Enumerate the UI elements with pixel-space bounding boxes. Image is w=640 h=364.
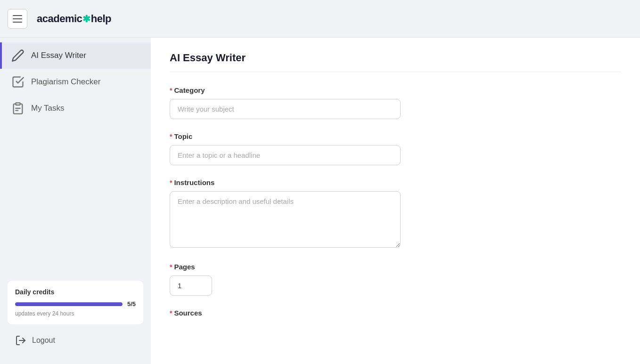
hamburger-line-2 (13, 18, 22, 19)
credits-update-text: updates every 24 hours (15, 310, 136, 317)
sidebar-item-ai-essay-writer-label: AI Essay Writer (31, 51, 86, 60)
sidebar: AI Essay Writer Plagiarism Checker My (0, 38, 151, 364)
category-input[interactable] (170, 99, 401, 119)
daily-credits-card: Daily credits 5/5 updates every 24 hours (8, 281, 143, 324)
sidebar-bottom: Daily credits 5/5 updates every 24 hours… (0, 273, 151, 359)
credits-count: 5/5 (127, 300, 136, 307)
pages-required-star: * (170, 263, 172, 271)
logo-text-before: academic (37, 13, 82, 25)
topic-required-star: * (170, 133, 172, 140)
checkbox-icon (11, 75, 25, 89)
pages-group: * Pages (170, 263, 401, 296)
daily-credits-title: Daily credits (15, 288, 136, 296)
sidebar-item-my-tasks[interactable]: My Tasks (0, 95, 151, 121)
sources-label: * Sources (170, 309, 401, 317)
clipboard-icon (11, 102, 25, 115)
pages-input[interactable] (170, 275, 212, 296)
hamburger-line-1 (13, 15, 22, 16)
page-title: AI Essay Writer (170, 52, 621, 72)
logout-label: Logout (32, 336, 55, 345)
instructions-label: * Instructions (170, 178, 401, 186)
sidebar-nav: AI Essay Writer Plagiarism Checker My (0, 42, 151, 273)
instructions-required-star: * (170, 179, 172, 186)
logout-icon (15, 335, 26, 346)
logo-text-after: help (91, 13, 111, 25)
category-required-star: * (170, 87, 172, 94)
pencil-icon (11, 49, 25, 62)
hamburger-button[interactable] (8, 9, 27, 29)
logo: academic✱help (37, 13, 111, 25)
credits-bar-container: 5/5 (15, 300, 136, 307)
svg-rect-0 (16, 103, 20, 105)
logout-button[interactable]: Logout (8, 329, 143, 352)
category-label: * Category (170, 86, 401, 94)
instructions-group: * Instructions (170, 178, 401, 250)
pages-label: * Pages (170, 263, 401, 271)
category-group: * Category (170, 86, 401, 119)
sources-required-star: * (170, 309, 172, 317)
logo-star-icon: ✱ (82, 13, 90, 24)
main-content: AI Essay Writer * Category * Topic * Ins… (151, 38, 640, 364)
sidebar-item-plagiarism-checker-label: Plagiarism Checker (31, 77, 100, 87)
credits-bar-background (15, 302, 123, 306)
credits-bar-fill (15, 302, 123, 306)
sidebar-item-ai-essay-writer[interactable]: AI Essay Writer (0, 42, 151, 69)
topic-label: * Topic (170, 132, 401, 140)
main-layout: AI Essay Writer Plagiarism Checker My (0, 38, 640, 364)
header: academic✱help (0, 0, 640, 38)
instructions-textarea[interactable] (170, 191, 401, 248)
hamburger-line-3 (13, 22, 22, 23)
topic-input[interactable] (170, 145, 401, 165)
topic-group: * Topic (170, 132, 401, 165)
sidebar-item-plagiarism-checker[interactable]: Plagiarism Checker (0, 69, 151, 95)
sidebar-item-my-tasks-label: My Tasks (31, 104, 65, 113)
sources-group: * Sources (170, 309, 401, 317)
